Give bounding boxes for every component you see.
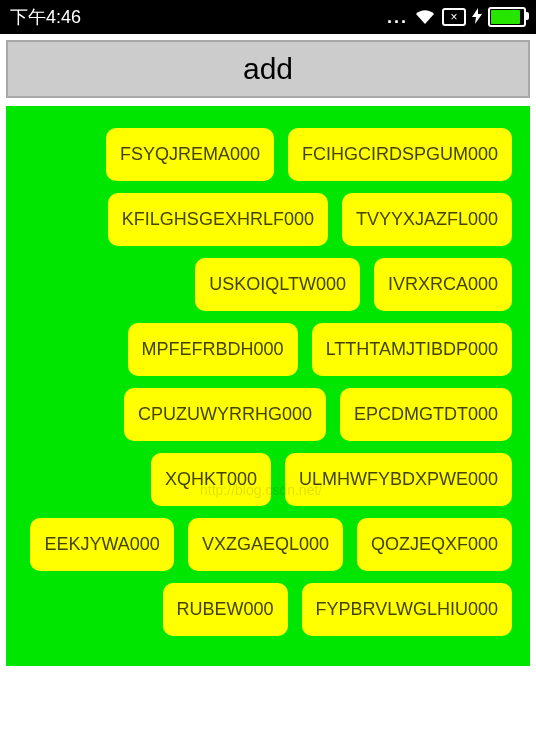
battery-icon xyxy=(488,7,526,27)
tag-label: IVRXRCA000 xyxy=(388,274,498,295)
tag-item[interactable]: MPFEFRBDH000 xyxy=(128,323,298,376)
tag-label: FCIHGCIRDSPGUM000 xyxy=(302,144,498,165)
tag-label: XQHKT000 xyxy=(165,469,257,490)
tag-panel: FSYQJREMA000FCIHGCIRDSPGUM000KFILGHSGEXH… xyxy=(6,106,530,666)
tag-item[interactable]: USKOIQLTW000 xyxy=(195,258,360,311)
tag-label: RUBEW000 xyxy=(177,599,274,620)
tag-item[interactable]: FCIHGCIRDSPGUM000 xyxy=(288,128,512,181)
tag-label: KFILGHSGEXHRLF000 xyxy=(122,209,314,230)
tag-item[interactable]: CPUZUWYRRHG000 xyxy=(124,388,326,441)
tag-item[interactable]: RUBEW000 xyxy=(163,583,288,636)
tag-item[interactable]: EPCDMGTDT000 xyxy=(340,388,512,441)
wifi-icon xyxy=(414,9,436,25)
close-indicator-icon: × xyxy=(442,8,466,26)
charging-bolt-icon xyxy=(472,8,482,27)
tag-label: EEKJYWA000 xyxy=(44,534,159,555)
status-bar: 下午4:46 ... × xyxy=(0,0,536,34)
tag-label: EPCDMGTDT000 xyxy=(354,404,498,425)
tag-item[interactable]: QOZJEQXF000 xyxy=(357,518,512,571)
signal-dots-icon: ... xyxy=(387,7,408,28)
tag-item[interactable]: EEKJYWA000 xyxy=(30,518,173,571)
tag-item[interactable]: LTTHTAMJTIBDP000 xyxy=(312,323,512,376)
tag-label: FYPBRVLWGLHIU000 xyxy=(316,599,498,620)
tag-label: FSYQJREMA000 xyxy=(120,144,260,165)
tag-label: TVYYXJAZFL000 xyxy=(356,209,498,230)
tag-item[interactable]: IVRXRCA000 xyxy=(374,258,512,311)
tag-item[interactable]: XQHKT000 xyxy=(151,453,271,506)
tag-label: MPFEFRBDH000 xyxy=(142,339,284,360)
tag-label: ULMHWFYBDXPWE000 xyxy=(299,469,498,490)
tag-label: QOZJEQXF000 xyxy=(371,534,498,555)
tag-item[interactable]: ULMHWFYBDXPWE000 xyxy=(285,453,512,506)
tag-item[interactable]: FSYQJREMA000 xyxy=(106,128,274,181)
tag-label: CPUZUWYRRHG000 xyxy=(138,404,312,425)
tag-item[interactable]: KFILGHSGEXHRLF000 xyxy=(108,193,328,246)
tag-item[interactable]: FYPBRVLWGLHIU000 xyxy=(302,583,512,636)
add-button[interactable]: add xyxy=(6,40,530,98)
tag-label: VXZGAEQL000 xyxy=(202,534,329,555)
tag-label: USKOIQLTW000 xyxy=(209,274,346,295)
tag-label: LTTHTAMJTIBDP000 xyxy=(326,339,498,360)
tag-item[interactable]: TVYYXJAZFL000 xyxy=(342,193,512,246)
tag-item[interactable]: VXZGAEQL000 xyxy=(188,518,343,571)
status-time: 下午4:46 xyxy=(10,5,81,29)
add-button-label: add xyxy=(243,52,293,86)
